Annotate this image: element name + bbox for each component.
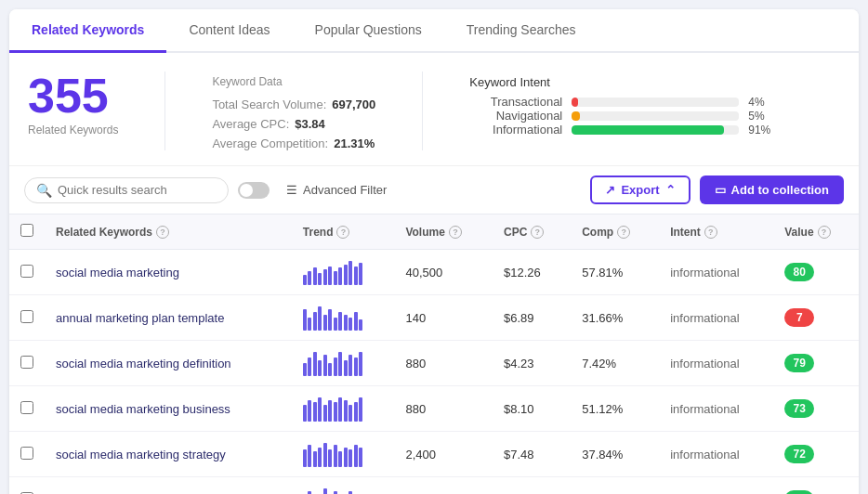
kd-volume-label: Total Search Volume: bbox=[212, 98, 326, 111]
kd-row-volume: Total Search Volume: 697,700 bbox=[212, 98, 375, 111]
keyword-name[interactable]: social media marketing strategy bbox=[56, 448, 226, 462]
td-value: 80 bbox=[773, 250, 859, 295]
td-volume: 2,400 bbox=[394, 432, 493, 477]
td-value: 7 bbox=[773, 295, 859, 341]
td-trend bbox=[292, 432, 395, 477]
trend-bar bbox=[318, 306, 322, 331]
value-badge: 79 bbox=[784, 354, 814, 372]
trend-bar bbox=[359, 319, 362, 331]
td-trend bbox=[292, 250, 395, 295]
trend-bar bbox=[328, 449, 332, 467]
search-input[interactable] bbox=[58, 183, 217, 197]
trend-bar bbox=[334, 358, 337, 376]
row-checkbox[interactable] bbox=[20, 265, 33, 278]
th-volume-info-icon[interactable]: ? bbox=[449, 226, 462, 239]
td-keyword: social media marketing bbox=[45, 250, 292, 295]
row-checkbox[interactable] bbox=[20, 401, 33, 414]
row-checkbox[interactable] bbox=[20, 310, 33, 323]
keyword-name[interactable]: social media marketing definition bbox=[56, 357, 231, 370]
trend-bars bbox=[303, 350, 384, 376]
trend-bar bbox=[349, 261, 352, 285]
keyword-name[interactable]: annual marketing plan template bbox=[56, 311, 224, 325]
keyword-name[interactable]: social media marketing bbox=[56, 266, 179, 280]
trend-bar bbox=[338, 312, 342, 331]
trend-bar bbox=[328, 309, 332, 331]
intent-bar-bg bbox=[572, 111, 739, 121]
value-badge: 74 bbox=[784, 490, 814, 494]
export-button[interactable]: ↗ Export ⌃ bbox=[590, 176, 690, 204]
trend-bar bbox=[318, 397, 322, 422]
th-keyword-info-icon[interactable]: ? bbox=[156, 226, 169, 239]
trend-bar bbox=[328, 400, 332, 422]
divider-2 bbox=[422, 72, 423, 150]
trend-bars bbox=[303, 259, 384, 285]
trend-bar bbox=[303, 275, 307, 285]
intent-rows: Transactional 4% Navigational 5% Informa… bbox=[469, 95, 776, 136]
th-volume: Volume ? bbox=[394, 214, 493, 250]
td-check bbox=[9, 341, 45, 386]
keyword-intent-title: Keyword Intent bbox=[469, 75, 776, 89]
td-intent: informational bbox=[659, 386, 773, 432]
row-checkbox[interactable] bbox=[20, 356, 33, 369]
intent-bar bbox=[572, 125, 724, 135]
trend-bar bbox=[334, 318, 337, 331]
keyword-name[interactable]: social media marketing business bbox=[56, 402, 230, 416]
tab-content-ideas[interactable]: Content Ideas bbox=[166, 9, 292, 53]
tab-popular-questions[interactable]: Popular Questions bbox=[293, 9, 444, 53]
select-all-checkbox[interactable] bbox=[20, 224, 33, 237]
trend-bar bbox=[308, 358, 311, 376]
trend-bar bbox=[323, 488, 327, 494]
trend-bar bbox=[354, 266, 358, 285]
search-box[interactable]: 🔍 bbox=[24, 177, 229, 203]
trend-bar bbox=[328, 363, 332, 376]
td-value: 72 bbox=[773, 432, 859, 477]
td-comp: 31.66% bbox=[571, 295, 659, 341]
trend-bars bbox=[303, 487, 384, 494]
row-checkbox[interactable] bbox=[20, 447, 33, 460]
th-cpc: CPC ? bbox=[493, 214, 571, 250]
table-wrap: Related Keywords ? Trend ? Volume bbox=[9, 214, 859, 494]
th-comp-info-icon[interactable]: ? bbox=[617, 226, 630, 239]
th-trend-info-icon[interactable]: ? bbox=[336, 226, 349, 239]
tab-trending-searches[interactable]: Trending Searches bbox=[444, 9, 598, 53]
advanced-filter-button[interactable]: ☰ Advanced Filter bbox=[279, 178, 394, 202]
toggle-switch[interactable] bbox=[238, 182, 270, 199]
toggle[interactable] bbox=[238, 182, 270, 199]
kd-comp-value: 21.31% bbox=[334, 136, 375, 150]
trend-bar bbox=[313, 312, 317, 331]
td-keyword: annual marketing plan template bbox=[45, 295, 292, 341]
trend-bar bbox=[359, 263, 362, 285]
adv-filter-label: Advanced Filter bbox=[303, 183, 387, 197]
th-value-info-icon[interactable]: ? bbox=[818, 226, 831, 239]
intent-bar-bg bbox=[572, 125, 739, 135]
filter-icon: ☰ bbox=[286, 183, 297, 197]
add-to-collection-button[interactable]: ▭ Add to collection bbox=[700, 176, 844, 204]
toolbar: 🔍 ☰ Advanced Filter ↗ Export ⌃ ▭ Add to … bbox=[9, 165, 859, 214]
keyword-count: 355 Related Keywords bbox=[28, 72, 118, 136]
trend-bar bbox=[328, 266, 332, 285]
trend-bar bbox=[308, 445, 311, 467]
intent-label: Transactional bbox=[469, 95, 562, 109]
trend-bar bbox=[338, 267, 342, 285]
table-row: social media marketing strategy 2,400 $7… bbox=[9, 432, 859, 477]
intent-row-informational: Informational 91% bbox=[469, 123, 776, 136]
td-value: 74 bbox=[773, 477, 859, 495]
trend-bar bbox=[354, 445, 358, 467]
kd-row-comp: Average Competition: 21.31% bbox=[212, 136, 375, 150]
tab-related-keywords[interactable]: Related Keywords bbox=[9, 9, 166, 53]
keyword-count-label: Related Keywords bbox=[28, 124, 118, 136]
trend-bar bbox=[303, 309, 307, 331]
td-cpc: $6.89 bbox=[493, 295, 571, 341]
th-trend: Trend ? bbox=[292, 214, 395, 250]
trend-bar bbox=[354, 358, 358, 376]
trend-bar bbox=[359, 448, 362, 467]
search-icon: 🔍 bbox=[36, 183, 52, 198]
export-chevron-icon: ⌃ bbox=[665, 183, 676, 197]
trend-bar bbox=[344, 400, 348, 422]
th-cpc-info-icon[interactable]: ? bbox=[531, 226, 544, 239]
td-check bbox=[9, 386, 45, 432]
th-related-keywords: Related Keywords ? bbox=[45, 214, 292, 250]
th-intent-info-icon[interactable]: ? bbox=[704, 226, 717, 239]
intent-label: Informational bbox=[469, 123, 562, 136]
trend-bar bbox=[354, 402, 358, 422]
